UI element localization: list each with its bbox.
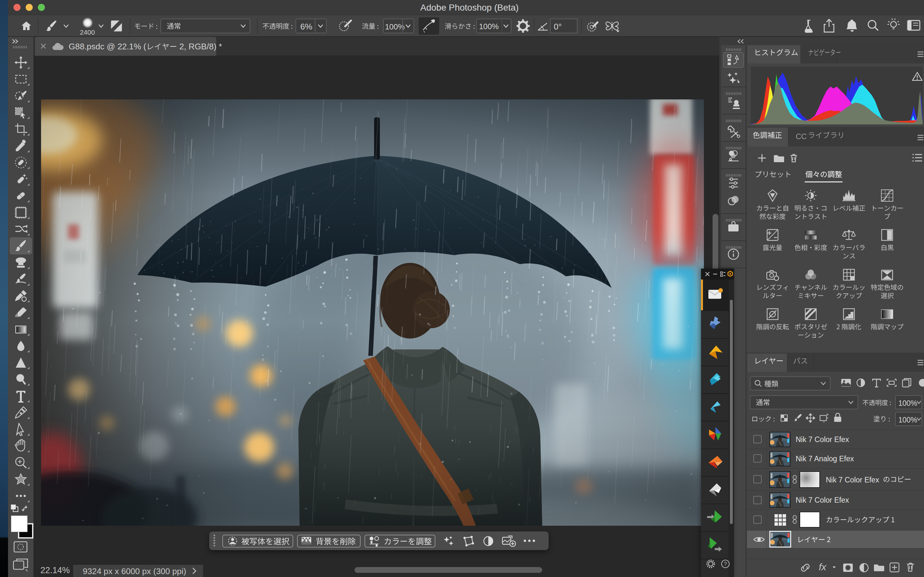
svg-text:?: ?	[724, 561, 727, 567]
